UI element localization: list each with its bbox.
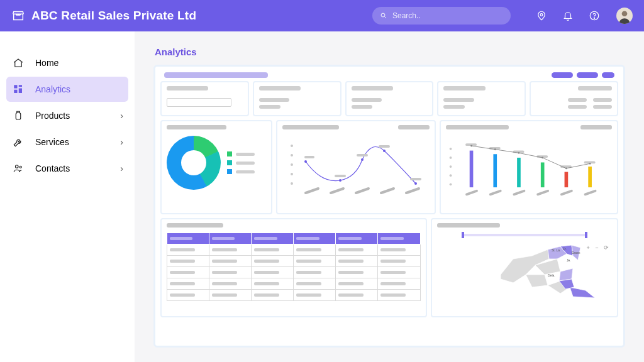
table-row[interactable] (167, 278, 421, 290)
svg-point-4 (622, 11, 628, 16)
svg-rect-49 (470, 151, 474, 187)
svg-text:Essex: Essex (572, 251, 580, 255)
chevron-right-icon: › (120, 137, 123, 147)
kpi-card (160, 81, 249, 116)
donut-chart (167, 136, 221, 190)
kpi-card (530, 81, 618, 116)
svg-point-47 (565, 167, 567, 169)
choropleth-map[interactable]: St. La. Fr. Essex Je. Dela. (497, 240, 598, 303)
kpi-input[interactable] (167, 98, 231, 107)
svg-line-60 (586, 191, 596, 195)
avatar[interactable] (616, 8, 633, 24)
search-input[interactable]: Search.. (372, 7, 511, 25)
donut-legend (227, 148, 255, 178)
sidebar-item-products[interactable]: Products › (6, 103, 128, 128)
data-table-panel (160, 218, 427, 317)
svg-rect-52 (541, 162, 545, 187)
svg-rect-50 (493, 154, 497, 187)
sidebar-item-label: Services (35, 137, 69, 147)
donut-chart-panel (160, 120, 272, 214)
search-icon (380, 12, 387, 19)
table-row[interactable] (167, 267, 421, 278)
chevron-right-icon: › (120, 111, 123, 121)
people-icon (13, 163, 24, 174)
svg-line-29 (356, 189, 369, 193)
svg-rect-51 (517, 158, 521, 187)
svg-point-3 (594, 18, 594, 18)
svg-point-46 (541, 157, 543, 159)
bell-icon[interactable] (562, 10, 574, 21)
svg-line-27 (306, 189, 318, 193)
svg-line-59 (562, 191, 572, 195)
jar-icon (13, 110, 24, 121)
svg-point-18 (339, 179, 341, 182)
svg-point-0 (381, 13, 385, 17)
main-content: Analytics (135, 31, 644, 362)
map-zoom-controls[interactable]: + − ⟳ (586, 244, 611, 251)
svg-point-21 (414, 182, 417, 185)
svg-line-30 (381, 189, 394, 193)
svg-text:Je.: Je. (567, 258, 571, 262)
data-table (167, 233, 421, 301)
svg-point-45 (518, 152, 520, 154)
svg-line-55 (467, 191, 477, 195)
svg-point-19 (361, 158, 364, 161)
svg-line-57 (514, 191, 524, 195)
svg-point-44 (494, 148, 496, 150)
dashboard-action-pills[interactable] (552, 72, 614, 78)
kpi-card (437, 81, 526, 116)
sidebar-item-label: Products (35, 111, 70, 121)
svg-text:St. La.: St. La. (552, 248, 560, 252)
svg-rect-7 (19, 89, 22, 94)
sidebar-item-contacts[interactable]: Contacts › (6, 156, 128, 181)
svg-line-58 (538, 191, 548, 195)
line-chart-panel (276, 120, 436, 214)
svg-rect-6 (19, 85, 22, 87)
svg-point-48 (589, 163, 591, 165)
line-chart (282, 133, 430, 196)
svg-point-17 (304, 160, 307, 163)
wrench-icon (13, 136, 24, 148)
svg-rect-5 (14, 85, 17, 88)
svg-line-31 (406, 189, 419, 193)
table-row[interactable] (167, 256, 421, 267)
svg-rect-8 (14, 90, 17, 93)
svg-line-56 (491, 191, 501, 195)
svg-point-43 (470, 145, 472, 147)
kpi-card (253, 81, 341, 116)
svg-point-11 (19, 166, 21, 168)
sidebar-item-home[interactable]: Home (6, 50, 128, 75)
svg-point-10 (16, 165, 19, 168)
svg-line-28 (331, 189, 343, 193)
bar-chart (446, 132, 612, 202)
sidebar-item-services[interactable]: Services › (6, 129, 128, 155)
svg-point-1 (540, 14, 543, 16)
chevron-right-icon: › (120, 163, 123, 173)
table-row[interactable] (167, 244, 421, 256)
dashboard-frame: + − ⟳ (153, 65, 625, 348)
svg-rect-54 (588, 167, 592, 187)
svg-text:Fr.: Fr. (563, 247, 567, 251)
kpi-card (345, 81, 434, 116)
svg-rect-9 (16, 113, 21, 120)
company-name: ABC Retail Sales Private Ltd (31, 9, 196, 23)
svg-text:Dela.: Dela. (548, 273, 555, 277)
sidebar-item-label: Contacts (35, 163, 70, 173)
sidebar-item-label: Home (35, 58, 58, 68)
app-header: ABC Retail Sales Private Ltd Search.. (0, 0, 644, 31)
svg-point-20 (383, 150, 386, 152)
dashboard-toolbar (159, 70, 619, 81)
sidebar-item-label: Analytics (35, 84, 70, 94)
page-title: Analytics (155, 47, 625, 57)
table-row[interactable] (167, 290, 421, 301)
location-icon[interactable] (536, 10, 547, 21)
home-icon (13, 57, 24, 69)
map-panel: + − ⟳ (431, 218, 618, 317)
sidebar: Home Analytics Products › Services › Con… (0, 31, 135, 362)
svg-rect-53 (565, 172, 569, 188)
range-slider[interactable] (462, 234, 587, 240)
help-icon[interactable] (589, 10, 600, 21)
search-placeholder: Search.. (392, 11, 421, 20)
analytics-icon (13, 84, 24, 95)
sidebar-item-analytics[interactable]: Analytics (6, 77, 128, 102)
